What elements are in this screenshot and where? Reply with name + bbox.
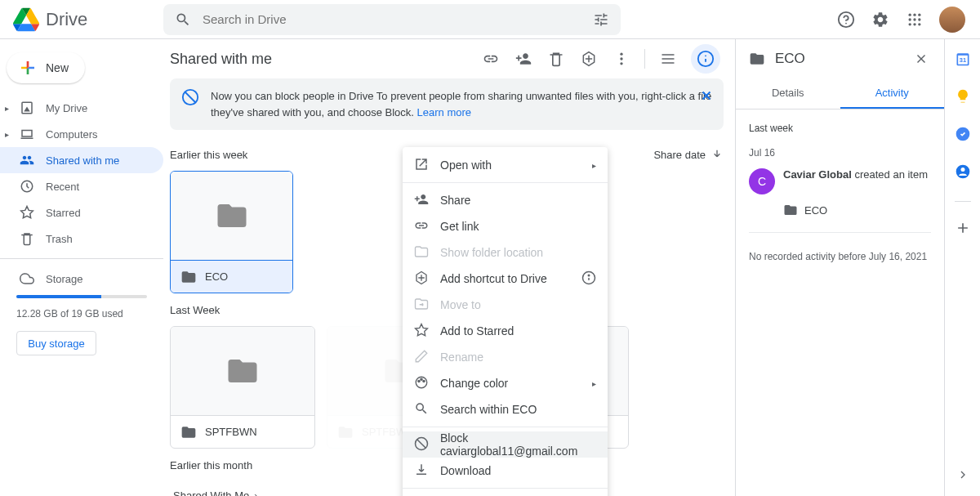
block-icon [414,436,429,454]
shortcut-icon [414,270,429,288]
svg-point-28 [418,380,420,382]
shared-icon [20,153,34,168]
close-details-icon[interactable] [911,49,931,69]
close-icon[interactable] [699,88,714,106]
sort-button[interactable]: Share date [653,148,724,161]
apps-icon[interactable] [905,10,924,29]
block-banner: Now you can block people in Drive To pre… [170,78,724,130]
download-icon [414,462,429,480]
computers-icon [20,127,34,141]
tab-details[interactable]: Details [736,78,840,109]
nav-trash[interactable]: Trash [0,226,163,252]
svg-marker-26 [416,324,428,335]
add-shortcut-icon[interactable] [579,49,599,69]
menu-move: Move to [403,292,608,318]
nav-label: Trash [46,233,73,245]
drive-icon [20,101,34,115]
nav-starred[interactable]: Starred [0,199,163,226]
section-title: Last Week [170,304,220,316]
folder-card[interactable]: ECO [170,171,293,293]
menu-search[interactable]: Search within ECO [403,396,608,422]
nav-label: Starred [46,207,81,219]
menu-color[interactable]: Change color▸ [403,370,608,396]
logo-area[interactable]: Drive [7,7,163,33]
settings-icon[interactable] [871,10,890,29]
arrow-down-icon [710,148,724,161]
svg-point-13 [620,53,622,56]
nav-label: My Drive [46,102,87,114]
svg-text:31: 31 [959,56,965,64]
page-title: Shared with me [170,51,272,68]
add-icon[interactable] [955,220,971,239]
svg-point-29 [421,378,422,380]
star-icon [414,323,429,340]
svg-point-30 [423,380,425,382]
svg-point-4 [918,13,920,16]
contacts-icon[interactable] [955,163,971,183]
account-avatar[interactable] [939,7,965,33]
learn-more-link[interactable]: Learn more [417,106,471,118]
menu-rename: Rename [403,344,608,370]
menu-star[interactable]: Add to Starred [403,318,608,344]
get-link-icon[interactable] [481,49,501,69]
trash-icon [20,231,34,246]
svg-point-7 [918,18,920,20]
nav-storage[interactable]: Storage [0,266,163,292]
add-user-icon[interactable] [514,49,533,69]
expand-icon[interactable]: ▸ [5,130,9,139]
nav-my-drive[interactable]: ▸My Drive [0,95,163,121]
menu-block[interactable]: Block caviarglobal11@gmail.com [403,431,608,458]
buy-storage-button[interactable]: Buy storage [16,331,96,355]
svg-line-32 [417,439,426,448]
new-button[interactable]: New [7,52,85,83]
more-icon[interactable] [612,49,631,69]
details-toggle-button[interactable] [691,44,720,74]
search-bar[interactable] [163,4,621,35]
menu-link[interactable]: Get link [403,213,608,239]
activity-file[interactable]: ECO [783,203,931,217]
svg-point-25 [588,275,590,276]
list-view-icon[interactable] [658,49,678,69]
nav-shared-with-me[interactable]: Shared with me [0,147,163,173]
open-icon [414,157,429,174]
menu-share[interactable]: Share [403,187,608,213]
breadcrumb-root: Shared With Me [173,489,249,496]
nav-label: Computers [46,128,98,141]
folder-card[interactable]: SPTFBWN [170,326,315,449]
info-icon[interactable] [581,270,596,288]
svg-point-9 [913,23,915,25]
expand-icon[interactable]: ▸ [5,104,9,113]
search-input[interactable] [193,12,591,26]
svg-point-6 [913,18,915,20]
menu-remove[interactable]: Remove [403,493,608,496]
storage-bar [16,295,147,298]
folder-icon [414,244,429,261]
keep-icon[interactable] [955,88,971,108]
nav-recent[interactable]: Recent [0,173,163,199]
chevron-right-icon: ▸ [592,161,596,170]
folder-icon [783,203,798,217]
drive-logo-icon [13,7,39,33]
collapse-panel-icon[interactable] [956,468,969,485]
menu-shortcut[interactable]: Add shortcut to Drive [403,266,608,292]
nav-label: Recent [46,181,79,193]
plus-icon [18,58,38,78]
nav-computers[interactable]: ▸Computers [0,121,163,147]
help-icon[interactable] [836,10,856,29]
search-options-icon[interactable] [591,10,611,29]
tasks-icon[interactable] [955,126,971,145]
storage-text: 12.28 GB of 19 GB used [0,302,163,326]
activity-section-header: Last week [749,119,931,137]
menu-download[interactable]: Download [403,458,608,484]
block-icon [181,88,199,120]
search-icon[interactable] [173,10,193,29]
link-icon [414,218,429,235]
share-icon [414,192,429,209]
section-title: Earlier this month [170,459,252,471]
delete-icon[interactable] [546,49,566,69]
calendar-icon[interactable]: 31 [955,51,971,70]
user-avatar: C [749,168,775,194]
tab-activity[interactable]: Activity [840,78,945,109]
menu-open[interactable]: Open with▸ [403,152,608,178]
recent-icon [20,179,34,194]
